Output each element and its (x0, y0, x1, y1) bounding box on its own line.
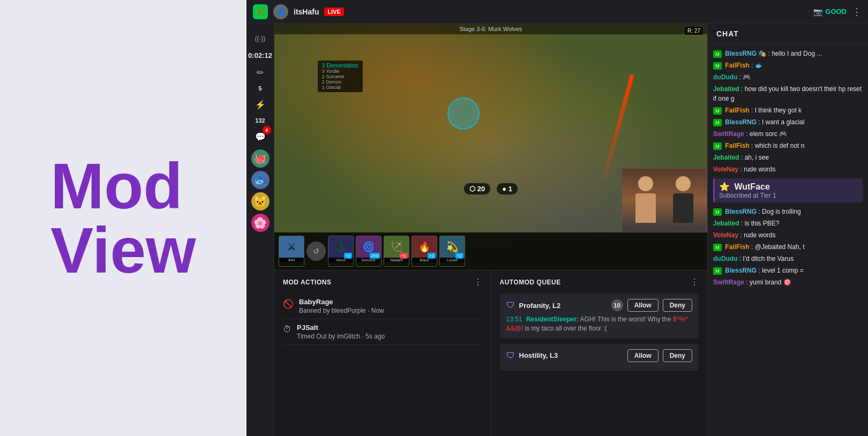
game-element (447, 97, 480, 130)
champ-tag-3: 2nd (370, 253, 380, 259)
hostility-deny-button[interactable]: Deny (663, 349, 692, 362)
chat-sidebar: CHAT M BlessRNG 🎭 : hello I and Dog ... … (707, 24, 868, 436)
edit-stat: 5 (258, 85, 261, 92)
refresh-button[interactable]: ↺ (306, 242, 326, 261)
webcam-bg (622, 169, 707, 232)
signal-icon[interactable]: ((·)) (251, 29, 270, 48)
msg-text-6: : I want a glacial (758, 118, 804, 126)
msg-username-14: FailFish (725, 243, 749, 251)
mod-badge-14: M (713, 244, 722, 251)
msg-text-15: : I'd ditch the Varus (739, 255, 794, 262)
body-1 (635, 193, 656, 223)
main-area: Stage 3-6: Murk Wolves R: 27 3 Elemental… (274, 24, 707, 436)
camera-icon: 📷 (813, 7, 822, 16)
babyrage-detail: Banned by bleedPurple · Now (299, 307, 384, 314)
game-stats-panel: 3 Elementalists 3 Yordle 2 Sorcerer 2 De… (318, 61, 363, 92)
profanity-allow-button[interactable]: Allow (627, 299, 659, 312)
quality-label: GOOD (825, 7, 847, 16)
person-1 (632, 176, 659, 224)
ban-icon: 🚫 (283, 299, 294, 309)
profanity-level: 10 (611, 299, 623, 311)
viewer-avatar-1[interactable]: 🐙 (251, 149, 270, 168)
msg-username-5: FailFish (725, 107, 749, 114)
champ-card-2: 🌑 Varus +2 (328, 236, 354, 267)
top-bar: 🌿 👤 itsHafu LIVE 📷 GOOD ⋮ (246, 0, 868, 24)
stream-timer: 0:02:12 (248, 51, 272, 59)
hero-title-line1: Mod (50, 150, 183, 222)
mod-badge-8: M (713, 142, 722, 150)
profanity-msg-before: AGH! This is the worst! Why the (580, 315, 673, 323)
left-sidebar: ((·)) 0:02:12 ✏ 5 ⚡ 132 💬 4 🐙 🐟 🐱 🌸 (246, 24, 274, 436)
msg-username-12: Jebaited (713, 220, 739, 227)
mod-actions-header: MOD ACTIONS ⋮ (283, 277, 482, 287)
msg-text-13: : rude words (740, 231, 775, 239)
notification-icon[interactable]: 💬 4 (251, 127, 270, 146)
champ-card-3: 🌀 Sorcerer 2nd (356, 236, 381, 267)
champ-tag-4: +1 (400, 253, 408, 259)
chat-messages: M BlessRNG 🎭 : hello I and Dog ... M Fai… (708, 44, 868, 436)
msg-text-9: : ah, i see (741, 154, 769, 161)
sub-username: WutFace (734, 182, 769, 191)
profanity-deny-button[interactable]: Deny (663, 299, 692, 312)
viewer-avatar-3[interactable]: 🐱 (251, 192, 270, 211)
viewer-avatar-2[interactable]: 🐟 (251, 171, 270, 189)
msg-username-4: Jebaited (713, 85, 739, 93)
msg-username-3: duDudu (713, 73, 737, 81)
profanity-username: ResidentSleeper: (526, 315, 579, 323)
automod-title: AUTOMOD QUEUE (500, 279, 561, 286)
top-bar-right: 📷 GOOD ⋮ (813, 6, 862, 18)
head-1 (638, 176, 653, 191)
automod-hostility-header: 🛡 Hostility, L3 Allow Deny (506, 349, 693, 362)
pjsalt-name: PJSalt (297, 324, 385, 332)
mod-badge-2: M (713, 62, 722, 70)
chat-msg-7: SwiftRage : elem sorc 🎮 (713, 129, 863, 139)
msg-username-8: FailFish (725, 142, 749, 149)
automod-panel: AUTOMOD QUEUE ⋮ 🛡 Profanity, L2 10 Allow… (491, 270, 708, 436)
msg-username-7: SwiftRage (713, 130, 744, 138)
quality-indicator: 📷 GOOD (813, 7, 847, 16)
msg-text-17: : yumi brand 🎯 (746, 279, 791, 286)
msg-username-15: duDudu (713, 255, 737, 262)
msg-text-10: : rude words (740, 166, 775, 173)
automod-profanity-header: 🛡 Profanity, L2 10 Allow Deny (506, 299, 693, 312)
mod-badge-16: M (713, 267, 722, 275)
automod-more[interactable]: ⋮ (690, 277, 699, 287)
chat-msg-3: duDudu : 🎮 (713, 72, 863, 82)
viewer-avatar-4[interactable]: 🌸 (251, 214, 270, 232)
score-red: ● 1 (496, 183, 518, 195)
champ-card-6: 💫 Lucian +2 (439, 236, 465, 267)
chat-header: CHAT (708, 24, 868, 44)
champ-card-5: 🔥 Blaze +2 (411, 236, 437, 267)
mod-actions-more[interactable]: ⋮ (474, 277, 482, 287)
activity-stat: 132 (255, 117, 265, 124)
champ-tag-2: +2 (344, 253, 352, 259)
edit-icon[interactable]: ✏ (251, 63, 270, 82)
notification-badge: 4 (263, 126, 271, 134)
msg-text-7: : elem sorc 🎮 (746, 130, 787, 138)
hostility-allow-button[interactable]: Allow (627, 349, 659, 362)
msg-username-6: BlessRNG (725, 118, 757, 126)
chat-msg-2: M FailFish : 🐟 (713, 61, 863, 70)
app-icon[interactable]: 🌿 (253, 4, 268, 19)
webcam-overlay (622, 168, 707, 232)
msg-text-14: : @Jebaited Nah, t (751, 243, 805, 251)
mod-actions-panel: MOD ACTIONS ⋮ 🚫 BabyRage Banned by bleed… (274, 270, 491, 436)
mod-action-pjsalt-text: PJSalt Timed Out by imGlitch · 5s ago (297, 324, 385, 340)
bottom-panels: MOD ACTIONS ⋮ 🚫 BabyRage Banned by bleed… (274, 270, 707, 436)
profanity-timestamp: 13:51 (506, 315, 522, 323)
mod-badge-1: M (713, 50, 722, 58)
msg-username-1: BlessRNG (725, 50, 757, 57)
body-2 (673, 193, 693, 223)
mod-action-pjsalt: ⏱ PJSalt Timed Out by imGlitch · 5s ago (283, 319, 482, 345)
mod-badge-6: M (713, 119, 722, 126)
more-options-icon[interactable]: ⋮ (852, 6, 862, 18)
profanity-msg-after: is my taco all over the floor :( (525, 325, 607, 332)
content-area: ((·)) 0:02:12 ✏ 5 ⚡ 132 💬 4 🐙 🐟 🐱 🌸 (246, 24, 868, 436)
stage-text: Stage 3-6: Murk Wolves (459, 26, 522, 32)
chat-msg-10: VoteNay : rude words (713, 164, 863, 174)
msg-username-11: BlessRNG (725, 208, 757, 215)
head-2 (676, 176, 691, 191)
chat-msg-14: M FailFish : @Jebaited Nah, t (713, 242, 863, 252)
twitch-panel: 🌿 👤 itsHafu LIVE 📷 GOOD ⋮ ((·)) 0:02:12 … (246, 0, 868, 436)
activity-icon[interactable]: ⚡ (251, 95, 270, 114)
